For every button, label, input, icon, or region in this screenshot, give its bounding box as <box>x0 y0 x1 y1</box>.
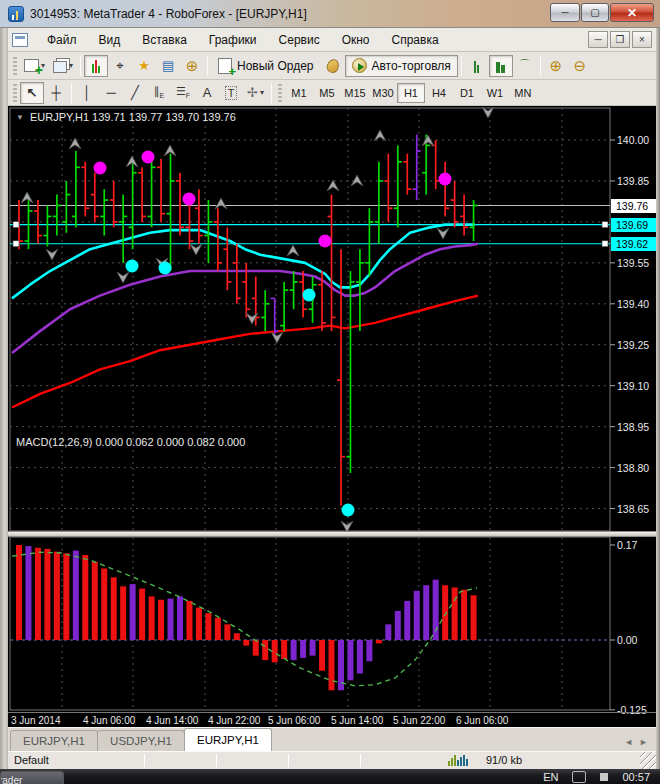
new-chart-button[interactable]: ▾ <box>20 55 49 77</box>
macd-bar[interactable] <box>423 585 429 640</box>
favorites-button[interactable]: ★ <box>132 55 156 77</box>
text-button[interactable]: A <box>195 82 219 104</box>
timeframe-d1[interactable]: D1 <box>453 83 481 103</box>
macd-bar[interactable] <box>130 584 136 640</box>
menu-item-2[interactable]: Вставка <box>131 30 198 50</box>
child-close-button[interactable]: × <box>632 31 652 48</box>
child-minimize-button[interactable]: ─ <box>588 31 608 48</box>
timeframe-mn[interactable]: MN <box>509 83 537 103</box>
chart-tab-1[interactable]: USDJPY,H1 <box>97 730 185 751</box>
macd-bar[interactable] <box>319 640 325 671</box>
pane-splitter[interactable] <box>8 531 656 537</box>
data-window-button[interactable]: ⊕ <box>180 55 204 77</box>
language-indicator[interactable]: EN <box>543 771 558 783</box>
fibonacci-button[interactable]: ☰F <box>171 82 195 104</box>
macd-bar[interactable] <box>73 551 79 640</box>
new-order-button[interactable]: Новый Ордер <box>211 55 320 77</box>
timeframe-grip[interactable] <box>278 84 282 102</box>
macd-bar[interactable] <box>16 545 22 640</box>
child-restore-button[interactable]: ❒ <box>610 31 630 48</box>
toolbar-grip[interactable] <box>13 57 17 75</box>
chart-area[interactable]: ▼ EURJPY,H1 139.71 139.77 139.70 139.76 … <box>8 106 656 727</box>
macd-bar[interactable] <box>347 640 353 680</box>
macd-bar[interactable] <box>101 568 107 640</box>
timeframe-h4[interactable]: H4 <box>425 83 453 103</box>
menu-item-6[interactable]: Справка <box>381 30 450 50</box>
timeframe-m1[interactable]: M1 <box>285 83 313 103</box>
candlestick-button[interactable] <box>489 55 513 77</box>
clock[interactable]: 00:57 <box>622 771 650 783</box>
macd-bar[interactable] <box>120 586 126 640</box>
line-handle[interactable] <box>602 241 608 247</box>
crosshair-button[interactable]: ┼ <box>44 82 68 104</box>
chart-tab-2[interactable]: EURJPY,H1 <box>184 728 272 751</box>
macd-bar[interactable] <box>404 601 410 640</box>
market-watch-button[interactable]: ▤ <box>156 55 180 77</box>
line-handle[interactable] <box>602 222 608 228</box>
macd-bar[interactable] <box>366 640 372 661</box>
macd-bar[interactable] <box>357 640 363 674</box>
macd-bar[interactable] <box>452 587 458 640</box>
arrows-button[interactable]: ✢▾ <box>243 82 268 104</box>
macd-bar[interactable] <box>281 640 287 659</box>
macd-bar[interactable] <box>54 552 60 640</box>
timeframe-h1[interactable]: H1 <box>397 83 425 103</box>
timeframe-m30[interactable]: M30 <box>369 83 397 103</box>
horizontal-line-button[interactable]: ─ <box>99 82 123 104</box>
network-icon[interactable] <box>572 771 586 783</box>
macd-bar[interactable] <box>224 624 230 640</box>
macd-bar[interactable] <box>196 608 202 640</box>
timeframe-w1[interactable]: W1 <box>481 83 509 103</box>
macd-bar[interactable] <box>329 640 335 690</box>
collapse-triangle-icon[interactable]: ▼ <box>16 113 24 122</box>
macd-bar[interactable] <box>205 613 211 640</box>
line-handle[interactable] <box>13 222 19 228</box>
macd-bar[interactable] <box>139 589 145 640</box>
macd-bar[interactable] <box>35 548 41 640</box>
vertical-line-button[interactable]: │ <box>75 82 99 104</box>
macd-bar[interactable] <box>395 611 401 640</box>
macd-bar[interactable] <box>149 596 155 640</box>
menu-item-5[interactable]: Окно <box>331 30 381 50</box>
macd-bar[interactable] <box>262 640 268 660</box>
menu-item-4[interactable]: Сервис <box>268 30 331 50</box>
menu-item-0[interactable]: Файл <box>36 30 88 50</box>
bar-chart-button[interactable] <box>465 55 489 77</box>
timeframe-m5[interactable]: M5 <box>313 83 341 103</box>
crosshair-target-button[interactable]: ⌖ <box>108 55 132 77</box>
line-handle[interactable] <box>13 241 19 247</box>
maximize-button[interactable]: ▢ <box>581 3 609 22</box>
tab-scroll-left-icon[interactable]: ◄ <box>624 737 633 747</box>
macd-bar[interactable] <box>291 640 297 660</box>
macd-bar[interactable] <box>234 633 240 640</box>
chart-autoscroll-button[interactable] <box>84 55 108 77</box>
trendline-button[interactable]: ╱ <box>123 82 147 104</box>
menu-item-1[interactable]: Вид <box>88 30 132 50</box>
macd-bar[interactable] <box>253 640 259 656</box>
macd-bar[interactable] <box>186 601 192 640</box>
line-chart-button[interactable]: ⌒ <box>513 55 537 77</box>
menu-item-3[interactable]: Графики <box>198 30 268 50</box>
chart-tab-0[interactable]: EURJPY,H1 <box>10 730 98 751</box>
macd-bar[interactable] <box>92 562 98 640</box>
close-button[interactable]: ✕ <box>610 3 654 22</box>
macd-bar[interactable] <box>25 546 31 640</box>
tray-app-icon[interactable] <box>600 773 608 781</box>
zoom-out-button[interactable]: ⊖ <box>568 55 592 77</box>
price-chart[interactable] <box>8 106 656 727</box>
macd-bar[interactable] <box>111 577 117 640</box>
macd-bar[interactable] <box>385 624 391 640</box>
macd-bar[interactable] <box>158 600 164 640</box>
minimize-button[interactable]: ─ <box>550 3 580 22</box>
resize-grip[interactable] <box>640 752 656 769</box>
macd-bar[interactable] <box>471 595 477 640</box>
autotrading-button[interactable]: Авто-торговля <box>345 55 458 77</box>
macd-bar[interactable] <box>63 553 69 640</box>
macd-bar[interactable] <box>215 618 221 640</box>
macd-bar[interactable] <box>461 590 467 640</box>
tab-scroll-right-icon[interactable]: ► <box>639 737 648 747</box>
zoom-in-button[interactable]: ⊕ <box>544 55 568 77</box>
time-axis[interactable]: 3 Jun 20144 Jun 06:004 Jun 14:004 Jun 22… <box>8 712 656 727</box>
macd-bar[interactable] <box>414 591 420 640</box>
macd-bar[interactable] <box>300 640 306 658</box>
